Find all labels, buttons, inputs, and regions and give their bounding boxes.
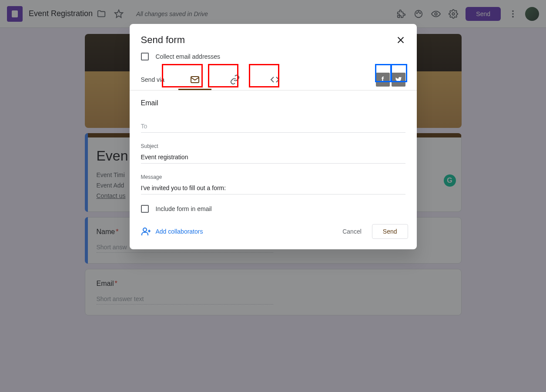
modal-overlay: Send form Collect email addresses Send v…	[0, 0, 546, 392]
subject-label: Subject	[141, 143, 405, 149]
svg-point-13	[143, 228, 147, 231]
collect-emails-label: Collect email addresses	[156, 53, 221, 60]
include-form-label: Include form in email	[156, 205, 212, 212]
email-section-heading: Email	[141, 99, 405, 107]
close-icon[interactable]	[396, 35, 405, 45]
to-field[interactable]	[141, 120, 405, 133]
person-add-icon	[141, 226, 151, 237]
add-collaborators-button[interactable]: Add collaborators	[141, 226, 203, 237]
send-via-tabs: Send via f	[130, 64, 417, 90]
annotation-blue-1	[375, 64, 392, 82]
annotation-red-1	[162, 64, 203, 87]
annotation-blue-2	[391, 64, 407, 82]
include-form-checkbox[interactable]	[141, 205, 149, 213]
subject-field[interactable]	[141, 151, 405, 164]
collect-emails-checkbox[interactable]	[141, 53, 149, 60]
message-label: Message	[141, 174, 405, 180]
send-form-dialog: Send form Collect email addresses Send v…	[130, 24, 417, 249]
annotation-red-3	[249, 64, 279, 87]
dialog-send-button[interactable]: Send	[372, 224, 408, 239]
collect-emails-row[interactable]: Collect email addresses	[141, 53, 405, 60]
annotation-red-2	[208, 64, 238, 87]
cancel-button[interactable]: Cancel	[335, 224, 368, 238]
dialog-title: Send form	[141, 34, 185, 46]
send-via-label: Send via	[141, 76, 164, 83]
message-field[interactable]	[141, 182, 405, 194]
include-form-row[interactable]: Include form in email	[141, 205, 405, 213]
